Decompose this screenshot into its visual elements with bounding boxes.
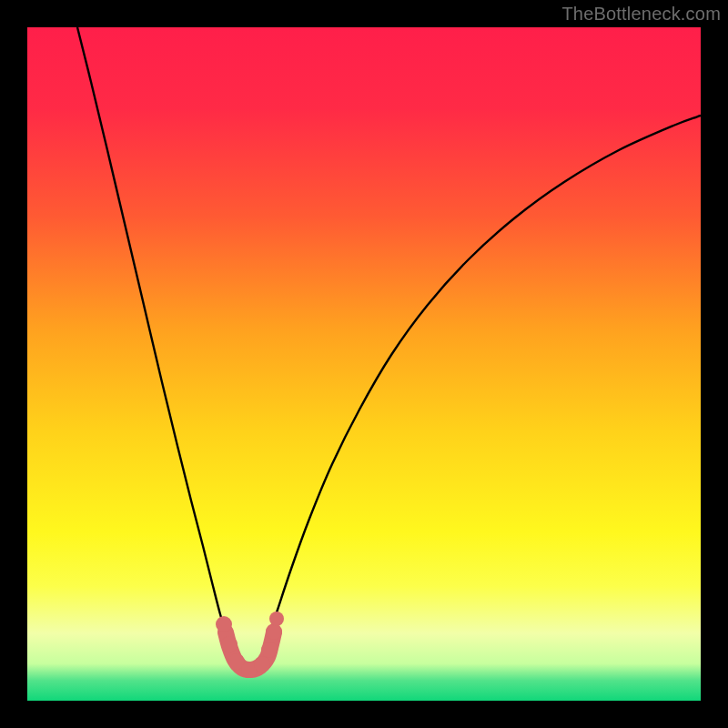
series-dot-highlight-cluster [216,616,232,632]
gradient-background [27,27,701,701]
series-dot-highlight-cluster [269,612,284,626]
plot-area [27,27,701,701]
watermark-text: TheBottleneck.com [561,4,721,25]
chart-frame: TheBottleneck.com [0,0,728,728]
series-dot-highlight-cluster [254,656,270,672]
chart-svg [27,27,701,701]
series-dot-highlight-cluster [261,642,278,658]
series-dot-highlight-cluster [266,623,282,640]
series-dot-highlight-cluster [221,636,238,652]
